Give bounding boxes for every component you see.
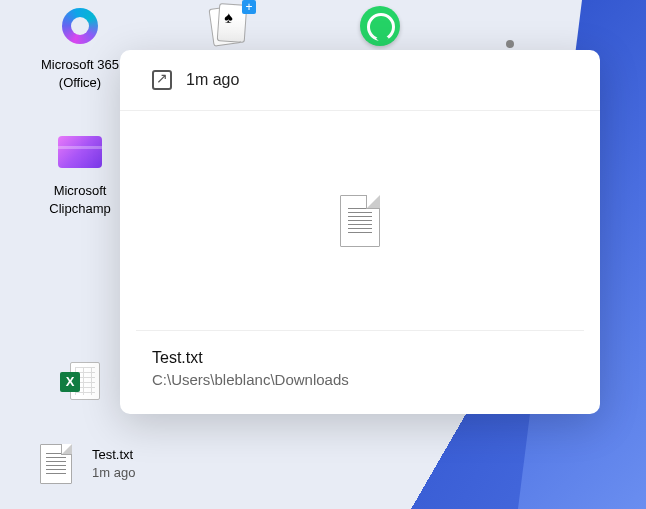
desktop-icon-label: Microsoft 365 (Office) [32,56,128,91]
desktop-icon-excel[interactable]: X [32,358,128,412]
open-external-icon [152,70,172,90]
text-file-icon [340,195,380,247]
desktop-icon-solitaire[interactable]: + [182,2,278,56]
recent-item-popup: 1m ago Test.txt C:\Users\bleblanc\Downlo… [120,50,600,414]
popup-file-path: C:\Users\bleblanc\Downloads [152,371,568,388]
popup-file-info[interactable]: Test.txt C:\Users\bleblanc\Downloads [120,331,600,414]
page-indicator-dot [506,40,514,48]
recent-file-name: Test.txt [92,446,135,464]
text-file-icon [40,444,72,484]
desktop-icon-label: Microsoft Clipchamp [32,182,128,217]
recent-file-time: 1m ago [92,464,135,482]
excel-icon: X [60,362,100,402]
popup-file-name: Test.txt [152,349,568,367]
popup-header[interactable]: 1m ago [120,50,600,111]
office-icon [62,8,98,44]
popup-preview-area [136,111,584,331]
whatsapp-icon [360,6,400,46]
clipchamp-icon [58,136,102,168]
solitaire-icon: + [208,4,252,48]
popup-time: 1m ago [186,71,239,89]
desktop-icon-office[interactable]: Microsoft 365 (Office) [32,2,128,91]
desktop-icon-clipchamp[interactable]: Microsoft Clipchamp [32,128,128,217]
desktop-icon-whatsapp[interactable] [332,2,428,56]
recent-file-item[interactable]: Test.txt 1m ago [32,440,232,488]
